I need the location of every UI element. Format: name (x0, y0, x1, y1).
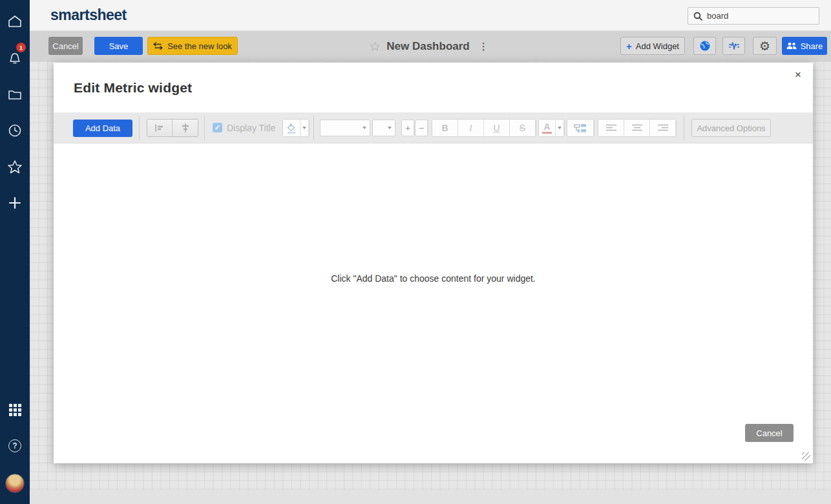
notification-badge: 1 (16, 43, 26, 52)
font-color-caret-icon[interactable] (556, 120, 564, 136)
fill-color-bucket-icon[interactable] (283, 120, 300, 136)
vertical-align-icon[interactable] (173, 120, 198, 136)
empty-state-message: Click "Add Data" to choose content for y… (54, 273, 813, 284)
share-button[interactable]: Share (782, 37, 827, 55)
globe-icon (700, 41, 710, 51)
swap-arrows-icon (153, 42, 163, 50)
bold-button[interactable]: B (432, 120, 458, 136)
see-new-look-button[interactable]: See the new look (147, 37, 238, 55)
recents-clock-icon[interactable] (0, 119, 30, 142)
user-avatar[interactable] (0, 472, 30, 495)
publish-globe-button[interactable] (693, 37, 716, 55)
activity-pulse-icon (728, 41, 740, 50)
create-plus-icon[interactable] (0, 191, 30, 215)
horizontal-align-icon[interactable] (147, 120, 173, 136)
font-size-select[interactable] (372, 120, 395, 136)
plus-icon: + (626, 41, 632, 52)
widget-align-group (147, 119, 198, 137)
smartsheet-logo: smartsheet (50, 6, 127, 24)
align-center-icon[interactable] (624, 120, 650, 136)
italic-button[interactable]: I (458, 120, 484, 136)
fill-color-group (282, 119, 310, 137)
kebab-menu-icon[interactable]: ⋮ (476, 40, 491, 52)
hierarchy-format-icon (567, 120, 594, 136)
search-input[interactable] (707, 11, 804, 21)
search-icon (693, 12, 702, 21)
font-size-minus-button[interactable]: − (415, 120, 428, 136)
dashboard-title: New Dashboard (386, 40, 469, 53)
dashboard-action-bar: Cancel Save See the new look New Dashboa… (30, 31, 831, 61)
notifications-bell-icon[interactable]: 1 (0, 47, 30, 70)
widget-toolbar: Add Data ✓ Display Title + − (54, 112, 813, 143)
gear-icon: ⚙ (759, 40, 770, 52)
font-family-select[interactable] (320, 120, 370, 136)
folder-icon[interactable] (0, 83, 30, 106)
home-icon[interactable] (0, 10, 30, 33)
favorites-star-icon[interactable] (0, 155, 30, 178)
favorite-star-icon[interactable] (370, 41, 380, 51)
toolbar-divider (313, 116, 314, 140)
help-icon[interactable]: ? (0, 434, 30, 457)
text-style-group: B I U S (432, 119, 536, 137)
toolbar-divider (139, 116, 140, 140)
display-title-checkbox[interactable]: ✓ (213, 123, 222, 132)
add-data-button[interactable]: Add Data (73, 120, 132, 137)
advanced-options-button[interactable]: Advanced Options (691, 119, 771, 137)
toolbar-divider (204, 116, 205, 140)
save-button[interactable]: Save (94, 37, 143, 55)
app-launcher-icon[interactable] (0, 398, 30, 421)
text-align-group (598, 119, 677, 137)
fill-color-caret-icon[interactable] (300, 120, 309, 136)
display-title-label: Display Title (227, 123, 275, 133)
align-left-icon[interactable] (598, 120, 624, 136)
number-format-button[interactable] (567, 119, 594, 137)
toolbar-divider (684, 116, 684, 140)
activity-log-button[interactable] (722, 37, 745, 55)
resize-handle[interactable] (802, 452, 810, 461)
underline-button[interactable]: U (484, 120, 510, 136)
font-size-plus-button[interactable]: + (401, 120, 415, 136)
see-new-look-label: See the new look (167, 41, 232, 51)
align-right-icon[interactable] (650, 120, 676, 136)
modal-title: Edit Metric widget (74, 80, 192, 96)
cancel-button[interactable]: Cancel (48, 37, 83, 55)
people-icon (786, 42, 797, 50)
close-icon[interactable]: × (791, 68, 805, 82)
settings-gear-button[interactable]: ⚙ (753, 37, 777, 55)
font-color-button[interactable]: A (539, 120, 556, 136)
edit-metric-widget-modal: Edit Metric widget × Add Data ✓ Display … (54, 63, 813, 463)
font-color-group: A (538, 119, 565, 137)
modal-cancel-button[interactable]: Cancel (745, 424, 794, 442)
left-sidebar: 1 ? (0, 0, 30, 504)
add-widget-button[interactable]: + Add Widget (620, 37, 685, 55)
strikethrough-button[interactable]: S (510, 120, 536, 136)
search-box[interactable] (688, 7, 819, 25)
top-header: smartsheet (30, 0, 831, 31)
